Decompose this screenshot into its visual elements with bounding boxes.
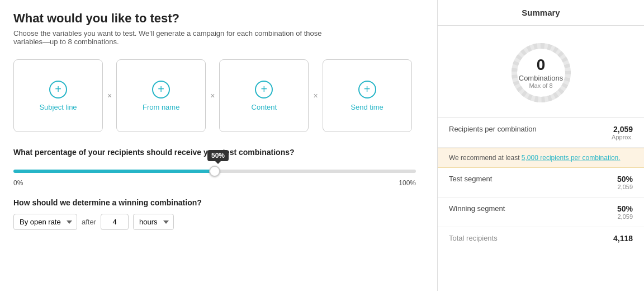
winning-segment-count: 2,059	[617, 213, 633, 220]
slider-labels: 0% 100%	[13, 179, 416, 187]
test-segment-value-block: 50% 2,059	[617, 175, 633, 190]
add-from-name-icon: +	[152, 81, 170, 98]
winning-controls: By open rate By click rate after hours d…	[13, 214, 424, 230]
combinations-value: 0	[519, 57, 564, 73]
total-label: Total recipients	[449, 234, 498, 243]
combinations-label: Combinations	[519, 74, 564, 82]
add-subject-line-icon: +	[49, 81, 67, 98]
total-recipients-row: Total recipients 4,118	[438, 227, 644, 250]
winning-method-select[interactable]: By open rate By click rate	[13, 214, 77, 230]
summary-header: Summary	[438, 0, 644, 26]
winning-segment-row: Winning segment 50% 2,059	[438, 198, 644, 227]
after-label: after	[82, 218, 96, 226]
subject-line-label: Subject line	[39, 103, 77, 111]
percentage-section: What percentage of your recipients shoul…	[13, 148, 424, 187]
content-label: Content	[252, 103, 277, 111]
add-send-time-icon: +	[358, 81, 376, 98]
recipients-value-block: 2,059 Approx.	[612, 125, 633, 140]
from-name-label: From name	[143, 103, 179, 111]
summary-title: Summary	[522, 8, 560, 17]
main-content: What would you like to test? Choose the …	[0, 0, 437, 291]
winning-segment-pct: 50%	[617, 204, 633, 213]
donut-container: 0 Combinations Max of 8	[438, 26, 644, 118]
page-subtitle: Choose the variables you want to test. W…	[13, 29, 326, 46]
page-title: What would you like to test?	[13, 11, 424, 26]
test-segment-pct: 50%	[617, 175, 633, 184]
total-value: 4,118	[613, 234, 633, 243]
warning-banner: We recommend at least 5,000 recipients p…	[438, 148, 644, 168]
recipients-value: 2,059	[612, 125, 633, 134]
winning-segment-value-block: 50% 2,059	[617, 204, 633, 220]
donut-center: 0 Combinations Max of 8	[519, 57, 564, 89]
slider-min-label: 0%	[13, 179, 23, 187]
warning-text: We recommend at least	[449, 154, 522, 162]
slider-container: 50%	[13, 166, 424, 175]
recipients-approx: Approx.	[612, 134, 633, 140]
percentage-slider[interactable]	[13, 170, 416, 173]
test-segment-label: Test segment	[449, 175, 492, 183]
separator-2: ×	[206, 91, 219, 100]
send-time-label: Send time	[351, 103, 383, 111]
card-send-time[interactable]: + Send time	[323, 59, 412, 132]
add-content-icon: +	[255, 81, 273, 98]
variable-cards-container: + Subject line × + From name × + Content…	[13, 59, 424, 132]
test-segment-row: Test segment 50% 2,059	[438, 168, 644, 198]
recipients-label: Recipients per combination	[449, 125, 537, 133]
separator-1: ×	[103, 91, 116, 100]
test-segment-count: 2,059	[617, 184, 633, 190]
hours-input[interactable]	[101, 214, 129, 230]
slider-max-label: 100%	[399, 179, 416, 187]
winning-segment-label: Winning segment	[449, 204, 505, 213]
card-content[interactable]: + Content	[219, 59, 309, 132]
warning-link[interactable]: 5,000 recipients per combination.	[522, 154, 621, 162]
separator-3: ×	[309, 91, 322, 100]
card-from-name[interactable]: + From name	[116, 59, 206, 132]
combinations-max: Max of 8	[519, 82, 564, 89]
winning-section: How should we determine a winning combin…	[13, 198, 424, 230]
sidebar: Summary 0 Combinations Max of 8 Recipien…	[437, 0, 644, 291]
recipients-row: Recipients per combination 2,059 Approx.	[438, 118, 644, 148]
winning-question: How should we determine a winning combin…	[13, 198, 424, 207]
combinations-donut: 0 Combinations Max of 8	[508, 39, 575, 106]
slider-tooltip: 50%	[207, 150, 229, 161]
card-subject-line[interactable]: + Subject line	[13, 59, 103, 132]
time-unit-select[interactable]: hours days	[133, 214, 174, 230]
